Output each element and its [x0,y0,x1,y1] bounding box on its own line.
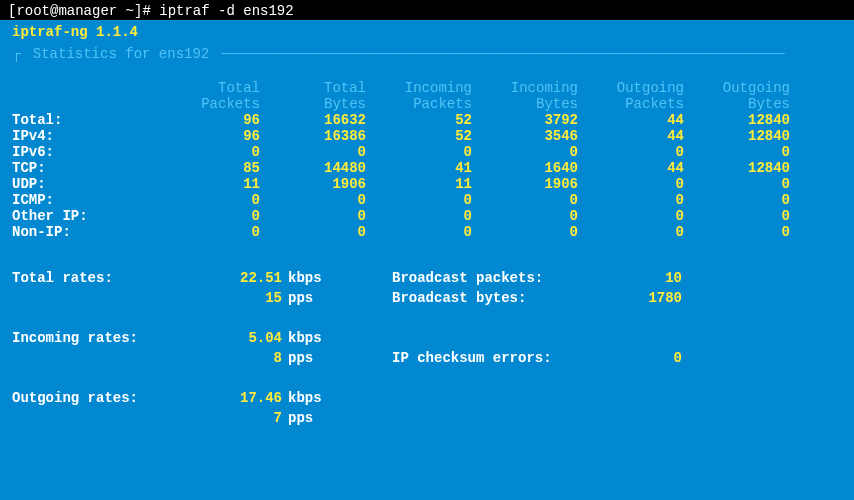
total-rate-kbps: 22.51 [192,268,282,288]
table-row: Total:96166325237924412840 [12,112,842,128]
cell: 16632 [268,112,374,128]
cell: 0 [162,144,268,160]
cell: 1906 [480,176,586,192]
outgoing-rate-kbps: 17.46 [192,388,282,408]
cell: 0 [586,176,692,192]
cell: 0 [268,192,374,208]
cell: 0 [480,144,586,160]
cell: 41 [374,160,480,176]
cell: 0 [480,208,586,224]
app-title: iptraf-ng 1.1.4 [0,20,854,44]
bcast-packets-label: Broadcast packets: [342,268,582,288]
cell: 44 [586,128,692,144]
cell: 96 [162,112,268,128]
row-label: IPv6: [12,144,162,160]
table-row: TCP:85144804116404412840 [12,160,842,176]
row-label: Total: [12,112,162,128]
cell: 0 [268,144,374,160]
cell: 1906 [268,176,374,192]
header-row-1: Total Total Incoming Incoming Outgoing O… [12,80,842,96]
outgoing-rates-label: Outgoing rates: [12,388,192,408]
bcast-bytes-label: Broadcast bytes: [342,288,582,308]
cell: 12840 [692,112,798,128]
bcast-bytes: 1780 [582,288,682,308]
bcast-packets: 10 [582,268,682,288]
cell: 0 [586,208,692,224]
table-row: Non-IP:000000 [12,224,842,240]
cell: 85 [162,160,268,176]
cell: 3546 [480,128,586,144]
cell: 0 [692,224,798,240]
cell: 0 [480,192,586,208]
cell: 52 [374,128,480,144]
cell: 12840 [692,160,798,176]
cell: 0 [586,224,692,240]
prompt-command: iptraf -d ens192 [159,3,293,19]
cell: 0 [374,224,480,240]
cell: 0 [268,208,374,224]
cell: 1640 [480,160,586,176]
cell: 0 [692,208,798,224]
cell: 11 [374,176,480,192]
cell: 16386 [268,128,374,144]
ip-checksum-errors: 0 [582,348,682,368]
cell: 14480 [268,160,374,176]
incoming-rate-pps: 8 [192,348,282,368]
cell: 0 [480,224,586,240]
cell: 52 [374,112,480,128]
incoming-rate-kbps: 5.04 [192,328,282,348]
row-label: ICMP: [12,192,162,208]
table-row: IPv6:000000 [12,144,842,160]
cell: 0 [162,224,268,240]
cell: 3792 [480,112,586,128]
rates-section: Total rates: 22.51 kbps Broadcast packet… [0,248,854,456]
cell: 11 [162,176,268,192]
table-row: ICMP:000000 [12,192,842,208]
cell: 0 [692,144,798,160]
cell: 0 [586,144,692,160]
outgoing-rate-pps: 7 [192,408,282,428]
row-label: Non-IP: [12,224,162,240]
incoming-rates-label: Incoming rates: [12,328,192,348]
table-row: UDP:11190611190600 [12,176,842,192]
cell: 96 [162,128,268,144]
iptraf-app: iptraf-ng 1.1.4 ┌ Statistics for ens192 … [0,20,854,500]
total-rate-pps: 15 [192,288,282,308]
cell: 0 [374,192,480,208]
ip-checksum-label: IP checksum errors: [342,348,582,368]
stats-table: Total Total Incoming Incoming Outgoing O… [0,64,854,248]
cell: 12840 [692,128,798,144]
cell: 0 [586,192,692,208]
table-row: Other IP:000000 [12,208,842,224]
cell: 0 [692,192,798,208]
total-rates-label: Total rates: [12,268,192,288]
cell: 44 [586,160,692,176]
cell: 0 [268,224,374,240]
row-label: Other IP: [12,208,162,224]
row-label: UDP: [12,176,162,192]
header-row-2: Packets Bytes Packets Bytes Packets Byte… [12,96,842,112]
cell: 0 [162,208,268,224]
row-label: IPv4: [12,128,162,144]
box-label: ┌ Statistics for ens192 ────────────────… [0,44,854,64]
cell: 44 [586,112,692,128]
table-row: IPv4:96163865235464412840 [12,128,842,144]
cell: 0 [162,192,268,208]
cell: 0 [374,208,480,224]
row-label: TCP: [12,160,162,176]
cell: 0 [374,144,480,160]
terminal-prompt-line: [root@manager ~]# iptraf -d ens192 [0,0,854,20]
cell: 0 [692,176,798,192]
prompt-userhost: [root@manager ~]# [8,3,151,19]
